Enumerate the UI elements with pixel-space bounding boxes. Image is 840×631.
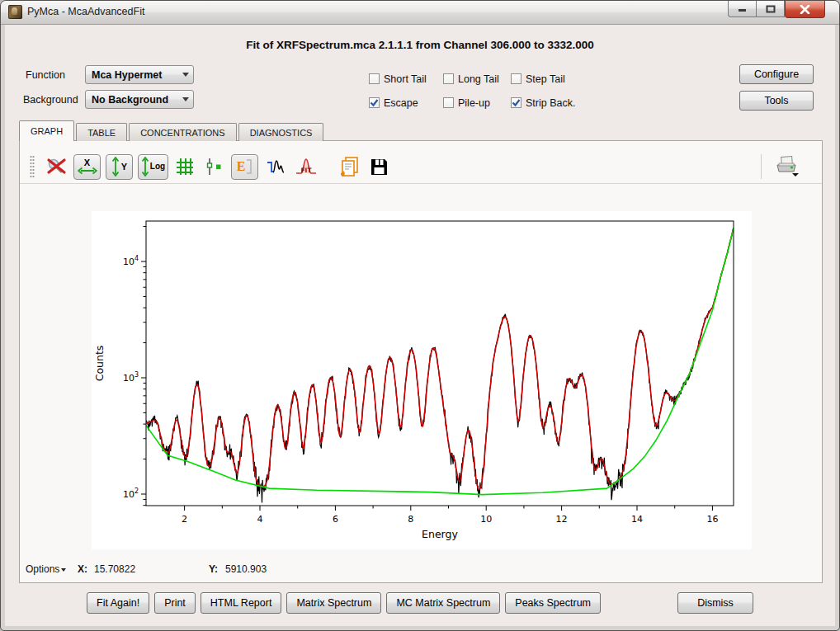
close-button[interactable] xyxy=(785,1,825,18)
reset-zoom-icon xyxy=(45,156,67,177)
matrix-spectrum-button[interactable]: Matrix Spectrum xyxy=(286,592,381,614)
svg-text:12: 12 xyxy=(556,514,568,525)
configure-button[interactable]: Configure xyxy=(739,64,814,84)
svg-text:2: 2 xyxy=(182,514,187,525)
fit-option-checkboxes: Short Tail Long Tail Step Tail Escape Pi… xyxy=(369,67,610,115)
grid-button[interactable] xyxy=(173,155,196,178)
svg-text:14: 14 xyxy=(631,514,643,525)
svg-text:8: 8 xyxy=(408,514,413,525)
y-autoscale-arrow-icon xyxy=(111,157,120,177)
svg-text:Energy: Energy xyxy=(422,528,458,540)
copy-report-icon xyxy=(337,155,361,178)
checkbox-box[interactable] xyxy=(511,73,521,84)
tab-graph[interactable]: GRAPH xyxy=(19,120,74,141)
background-value: No Background xyxy=(86,94,178,106)
checkbox-box[interactable] xyxy=(511,97,521,108)
options-menu[interactable]: Options xyxy=(26,563,66,575)
combo-arrow-icon[interactable] xyxy=(178,97,193,101)
spectrum-chart[interactable]: 246810121416102103104EnergyCounts xyxy=(92,211,752,549)
fit-button[interactable]: FIT xyxy=(293,154,319,179)
markers-icon xyxy=(203,156,224,177)
svg-text:4: 4 xyxy=(257,514,263,525)
x-autoscale-button[interactable]: X xyxy=(73,154,101,180)
toolbar-drag-handle[interactable] xyxy=(30,155,35,178)
check-icon xyxy=(512,98,521,107)
checkbox-box[interactable] xyxy=(369,73,380,84)
toolbar-separator xyxy=(761,154,762,179)
pymca-window: PyMca - McaAdvancedFit Fit of XRFSpectru… xyxy=(0,0,840,631)
checkbox-long-tail[interactable]: Long Tail xyxy=(443,73,511,85)
maximize-button[interactable] xyxy=(756,1,785,17)
fit-again-button[interactable]: Fit Again! xyxy=(87,592,149,614)
markers-button[interactable] xyxy=(201,154,226,179)
function-label: Function xyxy=(26,69,65,81)
checkbox-strip-back[interactable]: Strip Back. xyxy=(511,97,610,109)
checkbox-escape[interactable]: Escape xyxy=(369,97,443,109)
plot-toolbar: X Y Log xyxy=(20,150,822,184)
spectrum-plot[interactable]: 246810121416102103104EnergyCounts xyxy=(92,211,752,549)
cursor-x-value: 15.70822 xyxy=(94,563,135,575)
html-report-button[interactable]: HTML Report xyxy=(201,592,282,614)
cursor-y-value: 5910.903 xyxy=(225,563,267,575)
calibration-peaks-icon xyxy=(265,156,286,177)
fit-icon: FIT xyxy=(295,156,318,177)
plot-status-row: Options X: 15.70822 Y: 5910.903 xyxy=(1,563,839,578)
save-button[interactable] xyxy=(367,155,391,179)
svg-text:6: 6 xyxy=(333,514,338,525)
x-autoscale-arrow-icon xyxy=(78,167,97,175)
save-icon xyxy=(369,157,389,177)
log-scale-button[interactable]: Log xyxy=(138,154,168,180)
title-bar[interactable]: PyMca - McaAdvancedFit xyxy=(1,1,839,25)
fit-header-title: Fit of XRFSpectrum.mca 2.1.1.1 from Chan… xyxy=(1,39,839,51)
combo-arrow-icon[interactable] xyxy=(178,73,193,77)
app-icon xyxy=(8,5,22,19)
checkbox-box[interactable] xyxy=(443,73,454,84)
tab-concentrations[interactable]: CONCENTRATIONS xyxy=(129,123,236,141)
peaks-spectrum-button[interactable]: Peaks Spectrum xyxy=(505,592,601,614)
checkbox-step-tail[interactable]: Step Tail xyxy=(511,73,610,85)
print-report-button[interactable]: Print xyxy=(154,592,196,614)
report-button[interactable] xyxy=(336,153,362,180)
log-arrow-icon xyxy=(141,157,149,177)
grid-icon xyxy=(175,157,195,177)
svg-text:Counts: Counts xyxy=(93,346,106,382)
function-value: Mca Hypermet xyxy=(86,69,178,81)
check-icon xyxy=(370,98,379,107)
minimize-icon xyxy=(738,5,748,12)
checkbox-box[interactable] xyxy=(369,97,380,108)
svg-text:10: 10 xyxy=(480,514,492,525)
reset-zoom-button[interactable] xyxy=(44,154,68,179)
checkbox-box[interactable] xyxy=(443,97,454,108)
tab-diagnostics[interactable]: DIAGNOSTICS xyxy=(238,123,324,141)
close-icon xyxy=(800,5,810,14)
background-combobox[interactable]: No Background xyxy=(85,90,194,109)
window-title: PyMca - McaAdvancedFit xyxy=(27,1,144,23)
minimize-button[interactable] xyxy=(728,1,756,17)
tab-table[interactable]: TABLE xyxy=(76,123,127,141)
energy-axis-button[interactable]: E xyxy=(231,154,258,180)
tools-button[interactable]: Tools xyxy=(739,91,814,111)
options-arrow-icon xyxy=(61,568,66,572)
footer-button-row: Fit Again! Print HTML Report Matrix Spec… xyxy=(87,592,601,614)
y-autoscale-button[interactable]: Y xyxy=(106,154,133,180)
cursor-x-label: X: xyxy=(78,563,87,575)
function-combobox[interactable]: Mca Hypermet xyxy=(85,65,194,84)
tab-bar: GRAPH TABLE CONCENTRATIONS DIAGNOSTICS xyxy=(19,121,323,141)
printer-icon xyxy=(774,154,800,179)
maximize-icon xyxy=(766,5,776,13)
svg-text:FIT: FIT xyxy=(300,167,312,174)
dismiss-button[interactable]: Dismiss xyxy=(677,592,753,614)
svg-text:16: 16 xyxy=(706,514,718,525)
bracket-icon xyxy=(246,158,252,175)
mc-matrix-spectrum-button[interactable]: MC Matrix Spectrum xyxy=(386,592,500,614)
print-button[interactable] xyxy=(772,153,802,181)
background-label: Background xyxy=(23,94,78,106)
cursor-y-label: Y: xyxy=(209,563,218,575)
checkbox-short-tail[interactable]: Short Tail xyxy=(369,73,443,85)
calibration-button[interactable] xyxy=(263,154,288,179)
checkbox-pile-up[interactable]: Pile-up xyxy=(443,97,511,109)
